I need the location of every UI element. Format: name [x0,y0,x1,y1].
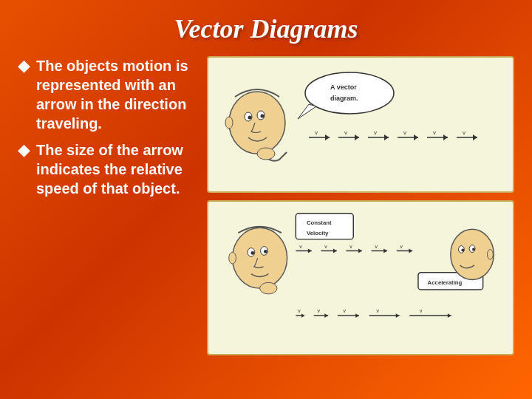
svg-text:v: v [344,129,347,136]
svg-text:v: v [374,129,377,136]
slide-title: Vector Diagrams [18,13,514,44]
svg-text:v: v [315,129,318,136]
svg-marker-70 [355,313,359,318]
svg-marker-67 [324,313,328,318]
svg-point-7 [305,72,394,114]
svg-point-35 [260,282,277,294]
svg-marker-8 [298,104,316,119]
svg-text:v: v [433,129,436,136]
bullet-icon-2: ◆ [18,142,30,158]
bullet-text-1: The objects motion is represented with a… [36,56,195,133]
text-column: ◆ The objects motion is represented with… [18,56,195,355]
svg-point-59 [461,249,464,252]
svg-marker-19 [384,134,389,140]
diagram-top: A vector diagram. v v [207,56,514,193]
bullet-item-1: ◆ The objects motion is represented with… [18,56,195,133]
svg-text:v: v [298,308,301,313]
bullet-icon-1: ◆ [18,58,30,74]
svg-marker-50 [383,249,387,253]
content-area: ◆ The objects motion is represented with… [18,56,514,355]
svg-marker-41 [308,249,312,253]
svg-marker-73 [396,313,400,318]
bullet-text-2: The size of the arrow indicates the rela… [36,140,195,198]
slide-container: Vector Diagrams ◆ The objects motion is … [0,0,532,399]
svg-text:v: v [375,244,378,249]
svg-point-4 [261,115,265,118]
svg-text:v: v [299,244,302,249]
svg-text:v: v [376,308,379,313]
svg-marker-25 [443,134,448,140]
svg-text:Constant: Constant [307,219,332,226]
svg-marker-13 [325,134,330,140]
svg-text:v: v [349,244,352,249]
svg-text:Accelerating: Accelerating [428,279,463,286]
svg-point-60 [472,248,475,251]
svg-point-6 [257,148,275,160]
svg-text:A vector: A vector [330,83,357,91]
svg-text:v: v [403,129,406,136]
svg-point-5 [225,117,233,129]
svg-point-29 [233,228,287,288]
svg-marker-53 [409,249,412,253]
svg-point-61 [487,250,493,260]
diagrams-column: A vector diagram. v v [207,56,514,355]
svg-marker-22 [414,134,418,140]
svg-point-32 [250,251,254,255]
diagram-top-svg: A vector diagram. v v [214,64,507,185]
svg-text:v: v [318,308,321,313]
svg-point-3 [248,116,252,120]
svg-point-0 [229,92,285,154]
svg-marker-28 [473,134,477,140]
bullet-item-2: ◆ The size of the arrow indicates the re… [18,140,195,198]
diagram-bottom-svg: Constant Velocity v v v [214,208,507,348]
svg-text:v: v [324,244,327,249]
svg-marker-44 [333,249,337,253]
svg-point-34 [229,252,236,264]
svg-text:v: v [344,308,347,313]
diagram-bottom: Constant Velocity v v v [207,200,514,355]
svg-marker-64 [301,313,304,318]
svg-text:v: v [420,308,423,313]
svg-marker-16 [355,134,359,140]
svg-text:v: v [400,244,403,249]
svg-text:v: v [463,129,466,136]
svg-marker-47 [358,249,362,253]
svg-text:diagram.: diagram. [330,95,358,102]
svg-point-33 [264,250,267,253]
svg-marker-76 [448,313,451,318]
svg-text:Velocity: Velocity [307,230,329,236]
